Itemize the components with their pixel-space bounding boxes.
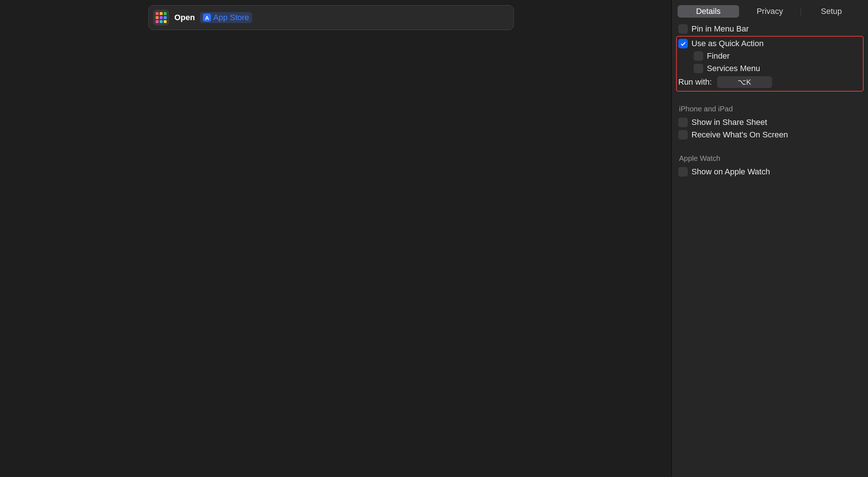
shortcut-app-icon [153,10,169,26]
row-on-screen[interactable]: Receive What's On Screen [678,129,861,141]
row-quick-action[interactable]: Use as Quick Action [678,37,861,50]
label-services-menu: Services Menu [707,64,760,73]
open-app-action-row[interactable]: Open A App Store [148,5,514,30]
section-mac: Pin in Menu Bar Use as Quick Action Find… [672,21,868,95]
row-share-sheet[interactable]: Show in Share Sheet [678,116,861,129]
checkbox-on-screen[interactable] [678,130,688,140]
shortcut-editor-canvas[interactable]: Open A App Store [0,0,672,477]
row-pin-menu-bar[interactable]: Pin in Menu Bar [678,23,861,35]
checkbox-finder[interactable] [694,51,703,61]
checkbox-services-menu[interactable] [694,64,703,73]
section-ios: iPhone and iPad Show in Share Sheet Rece… [672,95,868,145]
tab-setup[interactable]: Setup [801,5,862,18]
row-show-on-watch[interactable]: Show on Apple Watch [678,166,861,178]
quick-action-highlight: Use as Quick Action Finder Services Menu… [676,36,864,92]
label-quick-action: Use as Quick Action [691,39,764,48]
row-run-with: Run with: ⌥K [678,75,861,89]
label-on-screen: Receive What's On Screen [691,130,788,140]
checkmark-icon [680,40,686,47]
checkbox-share-sheet[interactable] [678,118,688,127]
row-services-menu[interactable]: Services Menu [678,62,861,75]
checkbox-quick-action[interactable] [678,39,688,48]
run-with-shortcut-field[interactable]: ⌥K [717,76,772,88]
section-title-ios: iPhone and iPad [679,105,861,113]
label-finder: Finder [707,51,730,61]
section-watch: Apple Watch Show on Apple Watch [672,145,868,182]
inspector-panel: Details Privacy Setup Pin in Menu Bar Us… [672,0,868,477]
label-run-with: Run with: [678,77,712,87]
label-pin-menu-bar: Pin in Menu Bar [691,24,749,34]
app-store-token[interactable]: A App Store [200,12,252,23]
row-finder[interactable]: Finder [678,50,861,62]
app-store-badge-icon: A [203,14,211,22]
checkbox-show-on-watch[interactable] [678,167,688,177]
label-show-on-watch: Show on Apple Watch [691,167,770,177]
label-share-sheet: Show in Share Sheet [691,118,767,127]
checkbox-pin-menu-bar[interactable] [678,24,688,34]
action-verb: Open [174,13,195,22]
inspector-tab-bar: Details Privacy Setup [672,0,868,21]
tab-details[interactable]: Details [678,5,739,18]
section-title-watch: Apple Watch [679,154,861,163]
tab-privacy[interactable]: Privacy [739,5,801,18]
app-store-token-label: App Store [213,13,249,22]
